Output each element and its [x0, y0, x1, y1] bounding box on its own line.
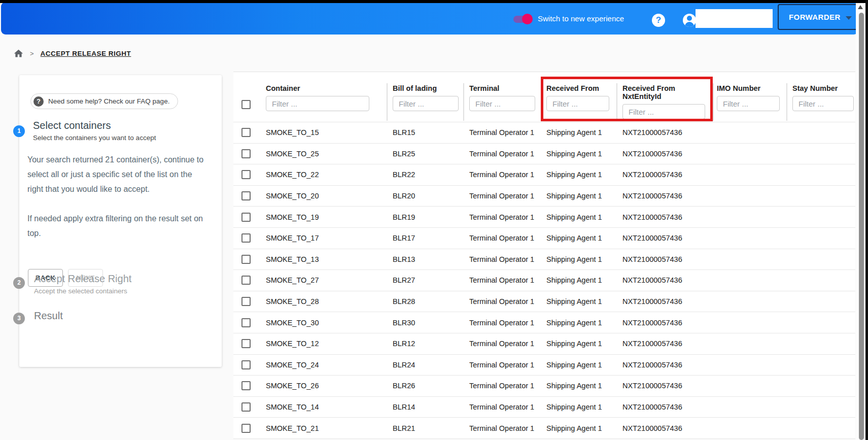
faq-link[interactable]: ? Need some help? Check our FAQ page.	[30, 93, 178, 109]
cell-stay-number	[786, 270, 855, 291]
filter-input-terminal[interactable]	[469, 96, 535, 111]
column-label: Stay Number	[792, 84, 855, 92]
column-divider	[616, 83, 617, 121]
cell-imo-number	[713, 418, 786, 438]
cell-bill-of-lading: BLR27	[387, 270, 463, 291]
row-checkbox[interactable]	[241, 360, 251, 369]
row-checkbox[interactable]	[241, 381, 251, 390]
row-checkbox[interactable]	[241, 191, 251, 200]
table-row: SMOKE_TO_25BLR25Terminal Operator 1Shipp…	[233, 144, 855, 165]
filter-input-received-from[interactable]	[546, 96, 609, 111]
cell-imo-number	[713, 291, 786, 312]
table-row: SMOKE_TO_20BLR20Terminal Operator 1Shipp…	[233, 186, 855, 207]
cell-container: SMOKE_TO_26	[266, 376, 387, 396]
cell-terminal: Terminal Operator 1	[463, 376, 541, 396]
filter-hint-text: If needed apply extra filtering on the r…	[27, 211, 205, 241]
cell-terminal: Terminal Operator 1	[463, 418, 541, 438]
cell-bill-of-lading: BLR26	[387, 376, 463, 396]
breadcrumb: > ACCEPT RELEASE RIGHT	[13, 47, 131, 59]
filter-input-imo-number[interactable]	[717, 96, 780, 111]
filter-input-bill-of-lading[interactable]	[393, 96, 459, 111]
table-row: SMOKE_TO_12BLR12Terminal Operator 1Shipp…	[233, 333, 855, 355]
cell-imo-number	[713, 207, 786, 227]
cell-stay-number	[786, 164, 855, 185]
cell-stay-number	[786, 376, 855, 396]
row-checkbox[interactable]	[241, 318, 251, 327]
cell-imo-number	[713, 376, 786, 396]
column-header-received-from: Received From	[541, 72, 616, 122]
cell-received-from: Shipping Agent 1	[541, 291, 616, 312]
row-checkbox[interactable]	[241, 339, 251, 348]
header-text-input[interactable]	[696, 9, 773, 28]
checkbox-cell	[233, 291, 266, 312]
cell-stay-number	[786, 418, 855, 438]
table-body: SMOKE_TO_15BLR15Terminal Operator 1Shipp…	[233, 122, 855, 439]
checkbox-cell	[233, 122, 266, 143]
cell-terminal: Terminal Operator 1	[463, 228, 541, 249]
column-header-received-from-nxtentityid: Received From NxtEntityId	[616, 72, 713, 122]
cell-nxt-entity-id: NXT21000057436	[616, 144, 713, 164]
checkbox-cell	[233, 397, 266, 418]
row-checkbox[interactable]	[241, 402, 251, 412]
cell-received-from: Shipping Agent 1	[541, 270, 616, 291]
table-row: SMOKE_TO_19BLR19Terminal Operator 1Shipp…	[233, 207, 855, 228]
row-checkbox[interactable]	[241, 128, 251, 137]
row-checkbox[interactable]	[241, 276, 251, 285]
filter-input-container[interactable]	[266, 96, 369, 111]
cell-nxt-entity-id: NXT21000057436	[616, 270, 713, 291]
column-divider	[387, 83, 388, 121]
row-checkbox[interactable]	[241, 170, 251, 179]
vertical-scrollbar[interactable]	[856, 0, 865, 440]
select-all-checkbox[interactable]	[241, 100, 251, 109]
window-top-edge	[0, 0, 868, 3]
cell-terminal: Terminal Operator 1	[463, 164, 541, 185]
role-dropdown-button[interactable]: FORWARDER	[778, 4, 860, 30]
cell-nxt-entity-id: NXT21000057436	[616, 249, 713, 270]
cell-received-from: Shipping Agent 1	[541, 164, 616, 185]
cell-received-from: Shipping Agent 1	[541, 418, 616, 438]
checkbox-cell	[233, 418, 266, 438]
cell-terminal: Terminal Operator 1	[463, 397, 541, 418]
row-checkbox[interactable]	[241, 233, 251, 243]
breadcrumb-page-link[interactable]: ACCEPT RELEASE RIGHT	[41, 50, 131, 57]
row-checkbox[interactable]	[241, 255, 251, 264]
cell-container: SMOKE_TO_20	[266, 186, 387, 207]
cell-bill-of-lading: BLR20	[387, 186, 463, 207]
table-row: SMOKE_TO_21BLR21Terminal Operator 1Shipp…	[233, 418, 855, 439]
scrollbar-thumb[interactable]	[859, 13, 864, 440]
step-1-title: Select containers	[33, 120, 111, 131]
home-icon[interactable]	[13, 48, 24, 59]
help-icon[interactable]: ?	[652, 14, 665, 27]
scroll-up-arrow-icon[interactable]	[858, 5, 863, 9]
cell-bill-of-lading: BLR12	[387, 333, 463, 354]
cell-imo-number	[713, 249, 786, 270]
cell-container: SMOKE_TO_13	[266, 249, 387, 270]
column-header-terminal: Terminal	[463, 72, 541, 122]
column-label: Bill of lading	[393, 84, 463, 92]
user-account-icon[interactable]	[683, 14, 696, 27]
table-row: SMOKE_TO_26BLR26Terminal Operator 1Shipp…	[233, 376, 855, 397]
window-right-edge	[865, 0, 868, 440]
row-checkbox[interactable]	[241, 424, 251, 433]
row-checkbox[interactable]	[241, 297, 251, 306]
cell-stay-number	[786, 228, 855, 249]
row-checkbox[interactable]	[241, 149, 251, 158]
cell-container: SMOKE_TO_15	[266, 122, 387, 143]
wizard-panel: ? Need some help? Check our FAQ page. 1 …	[19, 75, 222, 367]
checkbox-cell	[233, 207, 266, 227]
app-header: Switch to new experience ? FORWARDER	[1, 2, 858, 35]
table-header: Container Bill of lading Terminal Receiv…	[233, 72, 855, 122]
column-divider	[541, 83, 542, 121]
column-divider	[463, 83, 464, 121]
checkbox-cell	[233, 164, 266, 185]
row-checkbox[interactable]	[241, 213, 251, 222]
cell-bill-of-lading: BLR22	[387, 164, 463, 185]
filter-input-stay-number[interactable]	[792, 96, 854, 111]
cell-received-from: Shipping Agent 1	[541, 312, 616, 333]
cell-received-from: Shipping Agent 1	[541, 228, 616, 249]
experience-toggle[interactable]	[513, 12, 534, 25]
checkbox-cell	[233, 228, 266, 249]
cell-container: SMOKE_TO_22	[266, 164, 387, 185]
cell-imo-number	[713, 333, 786, 354]
filter-input-received-from-nxtentityid[interactable]	[622, 104, 705, 119]
